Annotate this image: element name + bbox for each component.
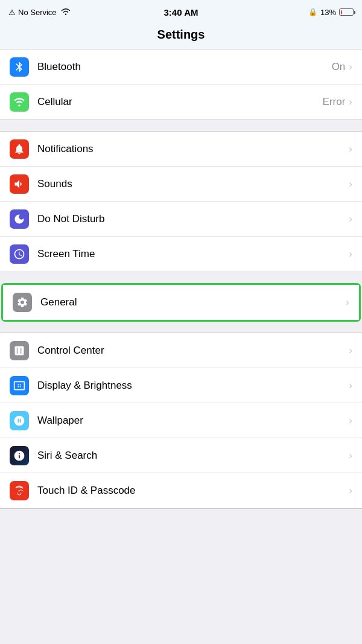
settings-group-1: Bluetooth On › Cellular Error › — [0, 49, 362, 120]
cellular-icon-bg — [10, 92, 29, 112]
wallpaper-chevron: › — [349, 415, 352, 427]
siri-label: Siri & Search — [37, 450, 345, 462]
status-time: 3:40 AM — [164, 7, 198, 18]
page-title: Settings — [0, 28, 362, 42]
screentime-label: Screen Time — [37, 248, 345, 260]
cellular-value: Error — [323, 96, 346, 108]
settings-content: Bluetooth On › Cellular Error › Notifica… — [0, 49, 362, 509]
settings-row-touchid[interactable]: Touch ID & Passcode › — [0, 473, 362, 508]
controlcenter-chevron: › — [349, 345, 352, 357]
donotdisturb-icon-bg — [10, 209, 29, 229]
status-left: ⚠ No Service — [8, 8, 71, 17]
settings-row-general[interactable]: General › — [3, 285, 359, 320]
bluetooth-label: Bluetooth — [37, 61, 332, 73]
notifications-chevron: › — [349, 143, 352, 155]
settings-row-notifications[interactable]: Notifications › — [0, 132, 362, 167]
display-chevron: › — [349, 380, 352, 392]
controlcenter-label: Control Center — [37, 345, 345, 357]
no-service-text: No Service — [18, 8, 57, 17]
sounds-chevron: › — [349, 178, 352, 190]
sounds-icon-bg — [10, 174, 29, 194]
general-chevron: › — [346, 296, 349, 308]
settings-row-display[interactable]: Display & Brightness › — [0, 368, 362, 403]
status-right: 🔒 13% — [308, 8, 354, 17]
display-label: Display & Brightness — [37, 380, 345, 392]
settings-row-bluetooth[interactable]: Bluetooth On › — [0, 49, 362, 84]
bluetooth-chevron: › — [349, 61, 352, 73]
controlcenter-icon-bg — [10, 341, 29, 360]
screentime-chevron: › — [349, 248, 352, 260]
battery-icon — [339, 8, 354, 16]
notifications-icon-bg — [10, 139, 29, 159]
donotdisturb-chevron: › — [349, 213, 352, 225]
screentime-icon-bg — [10, 244, 29, 264]
display-icon-bg — [10, 376, 29, 395]
lock-icon: 🔒 — [308, 8, 317, 16]
warning-icon: ⚠ — [8, 8, 16, 17]
settings-row-screentime[interactable]: Screen Time › — [0, 237, 362, 272]
settings-row-sounds[interactable]: Sounds › — [0, 167, 362, 202]
settings-row-wallpaper[interactable]: Wallpaper › — [0, 403, 362, 438]
siri-chevron: › — [349, 450, 352, 462]
status-bar: ⚠ No Service 3:40 AM 🔒 13% — [0, 0, 362, 23]
bluetooth-value: On — [332, 61, 346, 73]
page-title-bar: Settings — [0, 23, 362, 49]
settings-row-donotdisturb[interactable]: Do Not Disturb › — [0, 202, 362, 237]
wifi-icon — [61, 8, 71, 17]
wallpaper-icon-bg — [10, 411, 29, 430]
settings-group-3-highlighted: General › — [1, 283, 361, 322]
cellular-chevron: › — [349, 96, 352, 108]
touchid-icon-bg — [10, 481, 29, 500]
bluetooth-icon-bg — [10, 57, 29, 77]
wallpaper-label: Wallpaper — [37, 415, 345, 427]
settings-row-controlcenter[interactable]: Control Center › — [0, 333, 362, 368]
touchid-chevron: › — [349, 485, 352, 497]
settings-row-cellular[interactable]: Cellular Error › — [0, 84, 362, 120]
settings-group-4: Control Center › Display & Brightness › … — [0, 333, 362, 509]
touchid-label: Touch ID & Passcode — [37, 485, 345, 497]
sounds-label: Sounds — [37, 178, 345, 190]
battery-percent: 13% — [320, 8, 336, 17]
settings-group-2: Notifications › Sounds › Do Not Disturb … — [0, 131, 362, 272]
general-icon-bg — [13, 293, 32, 312]
settings-row-siri[interactable]: Siri & Search › — [0, 438, 362, 473]
general-label: General — [40, 296, 342, 308]
cellular-label: Cellular — [37, 96, 323, 108]
notifications-label: Notifications — [37, 143, 345, 155]
siri-icon-bg — [10, 446, 29, 465]
donotdisturb-label: Do Not Disturb — [37, 213, 345, 225]
